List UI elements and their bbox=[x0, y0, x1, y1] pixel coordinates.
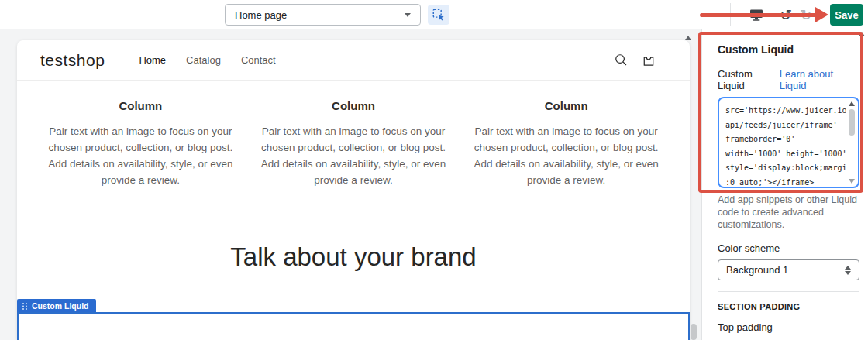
selected-section-badge[interactable]: Custom Liquid bbox=[17, 299, 96, 313]
desktop-icon bbox=[749, 7, 764, 22]
color-scheme-label: Color scheme bbox=[718, 242, 859, 254]
toolbar-divider bbox=[773, 3, 773, 26]
sidebar-title: Custom Liquid bbox=[718, 43, 859, 56]
custom-liquid-field-label: Custom Liquid bbox=[718, 68, 780, 91]
shop-logo-text: testshop bbox=[40, 51, 105, 70]
custom-liquid-code-editor: src='https://www.juicer.io/ api/feeds/ju… bbox=[718, 97, 859, 188]
undo-button[interactable]: ↺ bbox=[776, 5, 796, 25]
section-settings-sidebar: Custom Liquid Custom Liquid Learn about … bbox=[701, 29, 868, 340]
theme-preview-pane: testshop Home Catalog Contact Column Pai… bbox=[0, 29, 701, 340]
rich-text-heading[interactable]: Talk about your brand bbox=[17, 242, 690, 272]
sidebar-divider bbox=[718, 291, 859, 292]
storefront-header: testshop Home Catalog Contact bbox=[17, 40, 690, 81]
scroll-up-icon[interactable] bbox=[849, 101, 855, 106]
preview-scrollbar-thumb[interactable] bbox=[691, 324, 697, 340]
device-preview-button[interactable] bbox=[746, 5, 766, 25]
storefront-header-icons bbox=[614, 53, 656, 67]
page-selector-value: Home page bbox=[235, 9, 287, 21]
custom-liquid-textarea[interactable]: src='https://www.juicer.io/ api/feeds/ju… bbox=[719, 98, 846, 187]
selected-section-badge-label: Custom Liquid bbox=[32, 301, 89, 311]
multicolumn-section[interactable]: Column Pair text with an image to focus … bbox=[17, 81, 690, 188]
top-padding-setting: Top padding 40px bbox=[718, 321, 859, 340]
custom-liquid-field-header: Custom Liquid Learn about Liquid bbox=[718, 68, 859, 91]
search-icon[interactable] bbox=[614, 53, 629, 67]
color-scheme-value: Background 1 bbox=[726, 264, 788, 276]
nav-link-home[interactable]: Home bbox=[139, 54, 166, 66]
column-item: Column Pair text with an image to focus … bbox=[40, 99, 241, 188]
redo-icon: ↻ bbox=[800, 8, 812, 22]
redo-button[interactable]: ↻ bbox=[796, 5, 816, 25]
preview-scroll-up-arrow[interactable] bbox=[685, 36, 691, 40]
column-body: Pair text with an image to focus on your… bbox=[469, 123, 663, 188]
chevron-down-icon bbox=[405, 13, 411, 17]
custom-liquid-section-outline[interactable] bbox=[17, 312, 690, 340]
drag-handle-icon bbox=[22, 302, 28, 311]
section-padding-heading: SECTION PADDING bbox=[718, 302, 859, 311]
column-title: Column bbox=[43, 99, 238, 112]
column-item: Column Pair text with an image to focus … bbox=[466, 99, 666, 188]
editor-topbar: Home page ↺ ↻ Save bbox=[0, 0, 868, 29]
textarea-scrollbar-thumb[interactable] bbox=[849, 109, 855, 136]
textarea-scrollbar[interactable] bbox=[846, 99, 857, 186]
column-body: Pair text with an image to focus on your… bbox=[43, 123, 238, 188]
toolbar-divider bbox=[730, 3, 731, 26]
column-title: Column bbox=[469, 99, 663, 112]
nav-link-catalog[interactable]: Catalog bbox=[186, 54, 221, 66]
select-updown-icon bbox=[845, 266, 851, 275]
save-button[interactable]: Save bbox=[830, 4, 863, 26]
page-selector-dropdown[interactable]: Home page bbox=[225, 4, 421, 26]
learn-about-liquid-link[interactable]: Learn about Liquid bbox=[780, 68, 859, 91]
storefront-nav: Home Catalog Contact bbox=[139, 54, 275, 66]
undo-icon: ↺ bbox=[780, 8, 792, 22]
column-body: Pair text with an image to focus on your… bbox=[257, 123, 451, 188]
sidebar-scroll-up-arrow[interactable] bbox=[859, 32, 865, 36]
color-scheme-select[interactable]: Background 1 bbox=[718, 259, 859, 280]
section-picker-icon bbox=[432, 8, 446, 22]
top-padding-label: Top padding bbox=[718, 321, 859, 333]
cart-bag-icon[interactable] bbox=[641, 53, 656, 67]
column-item: Column Pair text with an image to focus … bbox=[253, 99, 454, 188]
column-title: Column bbox=[257, 99, 451, 112]
custom-liquid-helper-text: Add app snippets or other Liquid code to… bbox=[718, 194, 859, 231]
nav-link-contact[interactable]: Contact bbox=[241, 54, 276, 66]
scroll-down-icon[interactable] bbox=[849, 179, 855, 184]
section-picker-button[interactable] bbox=[428, 5, 450, 25]
storefront-preview: testshop Home Catalog Contact Column Pai… bbox=[17, 40, 690, 340]
